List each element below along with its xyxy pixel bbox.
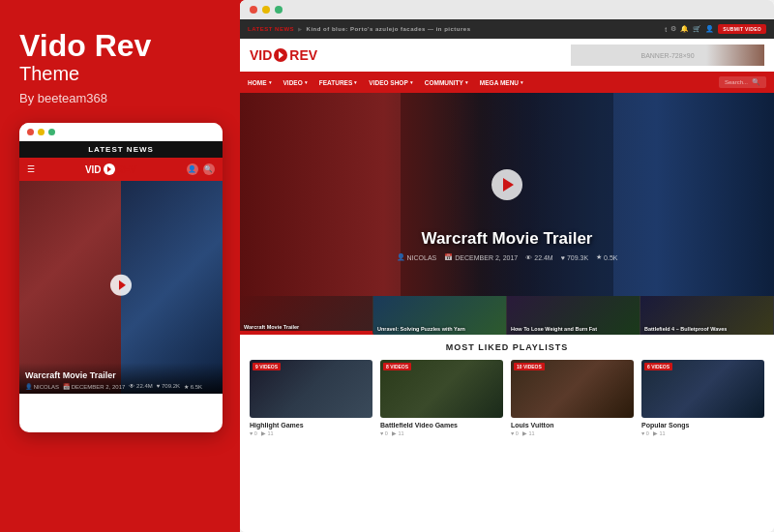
thumb-label-4: Battlefield 4 – Bulletproof Waves (644, 326, 769, 332)
mobile-dot-yellow (38, 129, 45, 135)
playlist-badge-3: 10 VIDEOS (514, 363, 545, 370)
playlist-count2-2: ▶ 11 (392, 430, 404, 436)
playlist-meta-2: ♥ 0 ▶ 11 (380, 430, 503, 436)
desktop-dot-red (250, 6, 257, 14)
twitter-icon[interactable]: t (665, 26, 667, 33)
desktop-most-liked: MOST LIKED PLAYLISTS 9 VIDEOS Highlight … (240, 335, 774, 532)
desktop-thumb-strip: Warcraft Movie Trailer Unravel: Solving … (240, 296, 774, 335)
playlist-count1-1: ♥ 0 (250, 430, 257, 436)
desktop-hero-meta: 👤 NICOLAS 📅 DECEMBER 2, 2017 👁 22.4M ♥ 7… (250, 253, 764, 261)
brand-subtitle: Theme (19, 63, 221, 85)
nav-video-shop[interactable]: VIDEO SHOP ▾ (369, 79, 412, 86)
desktop-logo-circle (274, 48, 287, 62)
playlist-title-4: Popular Songs (641, 422, 764, 429)
desktop-hero-title: Warcraft Movie Trailer (250, 229, 764, 249)
desktop-hero: Warcraft Movie Trailer 👤 NICOLAS 📅 DECEM… (240, 93, 774, 296)
brand-by: By beeteam368 (19, 91, 221, 105)
mobile-hero-overlay: Warcraft Movie Trailer 👤 NICOLAS 📅 DECEM… (19, 363, 223, 394)
desktop-search-icon[interactable]: 🔍 (752, 78, 760, 86)
desktop-playlist-grid: 9 VIDEOS Highlight Games ♥ 0 ▶ 11 8 VIDE… (250, 360, 764, 436)
hero-views: 👁 22.4M (525, 254, 552, 261)
nav-mega-menu[interactable]: MEGA MENU ▾ (480, 79, 523, 86)
right-panel: LATEST NEWS ▶ Kind of blue: Porto's azul… (240, 0, 774, 532)
playlist-title-2: Battlefield Video Games (380, 422, 503, 429)
submit-video-button[interactable]: SUBMIT VIDEO (718, 24, 766, 34)
playlist-count1-4: ♥ 0 (641, 430, 649, 436)
mobile-author: 👤 NICOLAS (25, 383, 59, 390)
playlist-thumb-3: 10 VIDEOS (511, 360, 634, 418)
playlist-item-1[interactable]: 9 VIDEOS Highlight Games ♥ 0 ▶ 11 (250, 360, 372, 436)
playlist-thumb-4: 6 VIDEOS (641, 360, 764, 418)
playlist-count2-1: ▶ 11 (261, 430, 274, 436)
cart-icon[interactable]: 🛒 (693, 25, 701, 33)
playlist-badge-4: 6 VIDEOS (644, 363, 672, 370)
mobile-date: 📅 DECEMBER 2, 2017 (63, 383, 125, 390)
mobile-play-button[interactable] (110, 275, 132, 296)
mobile-logo-icon (104, 163, 115, 175)
desktop-logo: VID REV (250, 47, 317, 63)
thumb-label-1: Warcraft Movie Trailer (244, 324, 369, 330)
playlist-badge-1: 9 VIDEOS (253, 363, 281, 370)
hero-likes: ♥ 709.3K (561, 254, 588, 261)
logo-rev-text: REV (289, 47, 317, 63)
playlist-badge-2: 8 VIDEOS (383, 363, 411, 370)
mobile-play-icon (119, 281, 126, 290)
thumb-item-2[interactable]: Unravel: Solving Puzzles with Yarn (373, 296, 507, 335)
desktop-nav: HOME ▾ VIDEO ▾ FEATURES ▾ VIDEO SHOP ▾ C… (240, 72, 774, 93)
left-panel: Vido Rev Theme By beeteam368 LATEST NEWS… (0, 0, 240, 532)
desktop-play-button[interactable] (491, 169, 522, 200)
playlist-count1-3: ♥ 0 (511, 430, 519, 436)
hero-author: 👤 NICOLAS (397, 253, 437, 261)
desktop-header: VID REV BANNER-728×90 (240, 39, 774, 72)
mobile-logo-play-icon (107, 166, 111, 172)
desktop-hero-info: Warcraft Movie Trailer 👤 NICOLAS 📅 DECEM… (240, 229, 774, 261)
playlist-meta-1: ♥ 0 ▶ 11 (250, 430, 372, 436)
playlist-count2-4: ▶ 11 (653, 430, 666, 436)
section-title-most-liked: MOST LIKED PLAYLISTS (250, 342, 764, 352)
mobile-mockup: LATEST NEWS ☰ VID REV 👤 🔍 (19, 123, 223, 432)
thumb-item-1[interactable]: Warcraft Movie Trailer (240, 296, 373, 335)
desktop-logo-play-icon (279, 51, 283, 59)
playlist-meta-3: ♥ 0 ▶ 11 (511, 430, 634, 436)
playlist-item-3[interactable]: 10 VIDEOS Louis Vuitton ♥ 0 ▶ 11 (511, 360, 634, 436)
desktop-search-box[interactable]: Search... 🔍 (719, 76, 766, 88)
mobile-logo-suffix: REV (117, 164, 137, 175)
playlist-item-2[interactable]: 8 VIDEOS Battlefield Video Games ♥ 0 ▶ 1… (380, 360, 503, 436)
desktop-dot-yellow (262, 6, 270, 14)
playlist-count1-2: ♥ 0 (380, 430, 388, 436)
desktop-top-icons: t ⚙ 🔔 🛒 👤 SUBMIT VIDEO (665, 24, 766, 34)
mobile-user-icon[interactable]: 👤 (187, 163, 198, 175)
playlist-item-4[interactable]: 6 VIDEOS Popular Songs ♥ 0 ▶ 11 (641, 360, 764, 436)
mobile-char-left (19, 181, 121, 394)
playlist-count2-3: ▶ 11 (522, 430, 535, 436)
desktop-latest-ticker: Kind of blue: Porto's azulejo facades — … (307, 26, 471, 32)
nav-features[interactable]: FEATURES ▾ (319, 79, 358, 86)
logo-vid-text: VID (250, 47, 272, 63)
desktop-play-icon (503, 178, 514, 192)
hero-rating: ★ 0.5K (596, 253, 617, 261)
desktop-latest-news-label: LATEST NEWS (248, 26, 294, 32)
desktop-search-placeholder: Search... (725, 79, 748, 85)
thumb-item-4[interactable]: Battlefield 4 – Bulletproof Waves (640, 296, 774, 335)
mobile-hero-meta: 👤 NICOLAS 📅 DECEMBER 2, 2017 👁 22.4M ♥ 7… (25, 383, 217, 390)
bell-icon[interactable]: 🔔 (680, 25, 689, 33)
mobile-titlebar (19, 123, 223, 141)
user-icon[interactable]: 👤 (705, 25, 714, 33)
nav-home[interactable]: HOME ▾ (248, 79, 272, 86)
mobile-logo-text: VID (85, 164, 102, 175)
playlist-thumb-1: 9 VIDEOS (250, 360, 372, 418)
banner-image (706, 44, 764, 66)
mobile-search-icon[interactable]: 🔍 (203, 163, 215, 175)
mobile-char-right (121, 181, 223, 394)
settings-icon[interactable]: ⚙ (670, 25, 676, 33)
thumb-label-2: Unravel: Solving Puzzles with Yarn (377, 326, 502, 332)
mobile-hero: Warcraft Movie Trailer 👤 NICOLAS 📅 DECEM… (19, 181, 223, 394)
thumb-item-3[interactable]: How To Lose Weight and Burn Fat (507, 296, 640, 335)
desktop-banner: BANNER-728×90 (571, 44, 764, 66)
nav-community[interactable]: COMMUNITY ▾ (425, 79, 468, 86)
mobile-likes: ♥ 709.2K (157, 383, 180, 390)
nav-video[interactable]: VIDEO ▾ (283, 79, 308, 86)
mobile-dot-green (48, 129, 55, 135)
mobile-hero-title: Warcraft Movie Trailer (25, 370, 217, 380)
mobile-dot-red (27, 129, 34, 135)
